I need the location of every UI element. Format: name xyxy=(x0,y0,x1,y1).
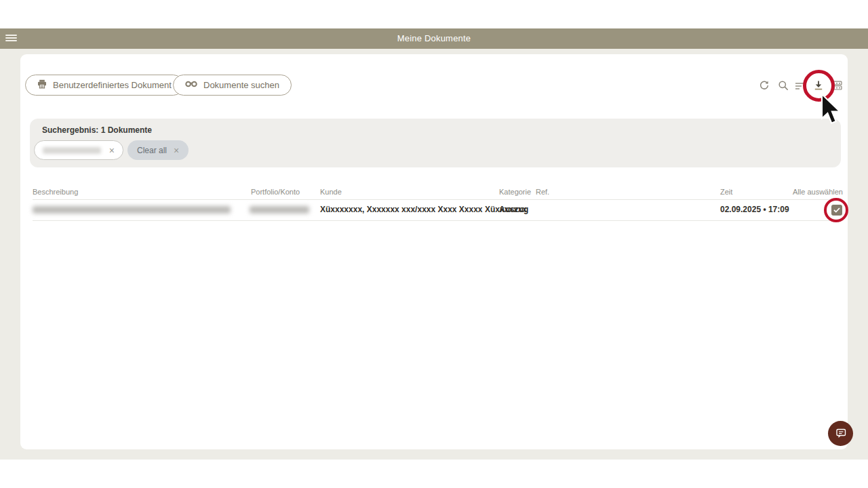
column-header-kategorie: Kategorie xyxy=(499,188,531,196)
search-documents-label: Dokumente suchen xyxy=(203,80,279,90)
search-icon[interactable] xyxy=(778,80,789,91)
documents-card xyxy=(20,54,848,449)
clear-all-chip[interactable]: Clear all × xyxy=(127,140,189,160)
clear-all-remove-icon[interactable]: × xyxy=(174,146,179,155)
row-checkbox[interactable] xyxy=(831,205,842,216)
redacted-portfolio-konto-cell xyxy=(250,206,309,214)
column-header-kunde: Kunde xyxy=(320,188,342,196)
app-bar: Meine Dokumente xyxy=(0,28,868,49)
table-view-icon[interactable] xyxy=(831,80,842,91)
redacted-filter-text xyxy=(43,147,101,154)
column-header-select-all[interactable]: Alle auswählen xyxy=(793,188,843,196)
column-header-beschreibung: Beschreibung xyxy=(33,188,78,196)
remove-filter-icon[interactable]: × xyxy=(109,146,115,155)
redacted-beschreibung-cell xyxy=(33,206,231,214)
clear-all-label: Clear all xyxy=(137,146,167,155)
chat-bubble-icon xyxy=(835,428,847,439)
refresh-icon[interactable] xyxy=(759,80,770,91)
search-result-summary: Suchergebnis: 1 Dokumente xyxy=(42,125,152,135)
filter-icon[interactable] xyxy=(795,81,806,92)
binoculars-icon xyxy=(185,80,197,90)
table-header-divider xyxy=(33,199,842,200)
filter-chip[interactable]: × xyxy=(34,140,123,160)
checkmark-icon xyxy=(833,207,840,213)
table-row-divider xyxy=(33,220,842,221)
kategorie-cell: Auszug xyxy=(499,205,528,214)
kunde-cell: Xüxxxxxxx, Xxxxxxx xxx/xxxx Xxxx Xxxxx X… xyxy=(320,205,527,214)
page-title: Meine Dokumente xyxy=(0,28,868,49)
screen: Meine Dokumente Benutzerdefiniertes Doku… xyxy=(0,0,868,488)
column-header-ref: Ref. xyxy=(536,188,549,196)
custom-document-button[interactable]: Benutzerdefiniertes Dokument xyxy=(25,75,184,96)
search-result-panel: Suchergebnis: 1 Dokumente × Clear all × xyxy=(30,119,841,167)
chat-button[interactable] xyxy=(828,421,853,446)
zeit-cell: 02.09.2025 • 17:09 xyxy=(720,205,789,214)
search-documents-button[interactable]: Dokumente suchen xyxy=(173,75,292,96)
column-header-portfolio-konto: Portfolio/Konto xyxy=(251,188,300,196)
printer-icon xyxy=(37,79,47,91)
download-icon[interactable] xyxy=(813,80,824,91)
custom-document-label: Benutzerdefiniertes Dokument xyxy=(53,80,172,90)
column-header-zeit: Zeit xyxy=(720,188,732,196)
